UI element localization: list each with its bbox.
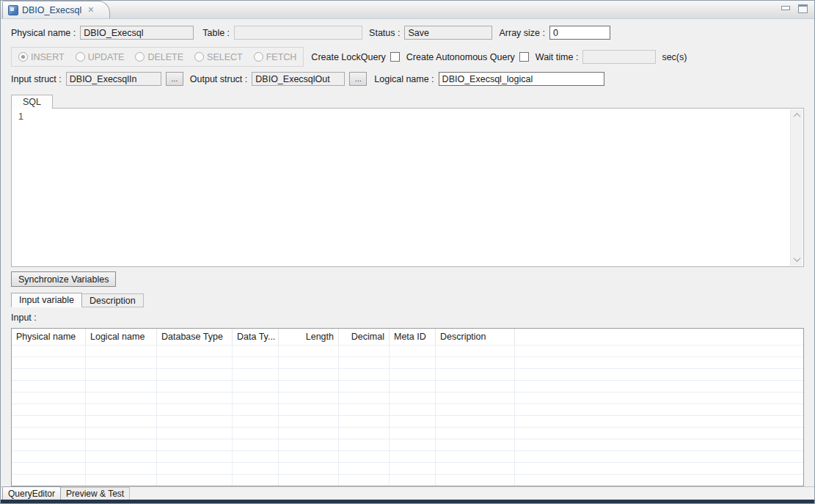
tab-title: DBIO_Execsql xyxy=(22,5,81,15)
bottom-tab-bar: QueryEditor Preview & Test xyxy=(1,486,814,500)
create-lockquery-label: Create LockQuery xyxy=(311,52,385,62)
column-header-decimal[interactable]: Decimal xyxy=(339,329,390,345)
create-autonomous-label: Create Autonomous Query xyxy=(406,52,515,62)
line-number: 1 xyxy=(18,112,23,122)
logical-name-label: Logical name : xyxy=(374,74,434,84)
physical-name-field[interactable] xyxy=(80,26,194,40)
table-body[interactable] xyxy=(12,346,803,486)
table-field[interactable] xyxy=(234,26,362,40)
radio-delete-label: DELETE xyxy=(147,52,183,62)
wait-time-label: Wait time : xyxy=(536,52,579,62)
logical-name-field[interactable] xyxy=(439,72,604,86)
scroll-down-button[interactable] xyxy=(791,253,803,266)
tab-dbio-execsql[interactable]: DBIO_Execsql ✕ xyxy=(2,1,110,18)
body-column xyxy=(515,346,803,486)
radio-selected-icon xyxy=(18,52,28,62)
column-header-filler xyxy=(515,329,803,345)
form-row-3: Input struct : ... Output struct : ... L… xyxy=(11,72,804,86)
view-controls xyxy=(781,4,808,13)
body-column xyxy=(233,346,279,486)
radio-icon xyxy=(254,52,263,62)
tab-input-variable[interactable]: Input variable xyxy=(11,293,82,307)
tab-preview-test[interactable]: Preview & Test xyxy=(61,487,130,500)
status-field[interactable] xyxy=(404,26,492,40)
minimize-icon[interactable] xyxy=(781,6,790,10)
output-struct-browse-button[interactable]: ... xyxy=(349,72,367,86)
body-column xyxy=(390,346,436,486)
column-header-logical-name[interactable]: Logical name xyxy=(86,329,157,345)
radio-icon xyxy=(135,52,145,62)
column-header-database-type[interactable]: Database Type xyxy=(157,329,233,345)
bottom-accent-bar xyxy=(1,500,814,503)
body-column xyxy=(157,346,233,486)
column-header-length[interactable]: Length xyxy=(279,329,339,345)
column-header-data-type[interactable]: Data Ty... xyxy=(233,329,279,345)
table-label: Table : xyxy=(202,28,230,38)
body-column xyxy=(86,346,157,486)
array-size-field[interactable] xyxy=(549,26,610,40)
column-header-description[interactable]: Description xyxy=(436,329,515,345)
form-row-2: INSERT UPDATE DELETE SELECT FETCH xyxy=(11,47,804,67)
create-lockquery-checkbox[interactable] xyxy=(390,52,400,62)
body-column xyxy=(279,346,339,486)
radio-icon xyxy=(76,52,85,62)
tab-description[interactable]: Description xyxy=(82,293,144,307)
array-size-label: Array size : xyxy=(499,28,545,38)
body-column xyxy=(12,346,86,486)
input-variable-table: Physical name Logical name Database Type… xyxy=(11,328,804,486)
tab-sql[interactable]: SQL xyxy=(11,95,53,109)
body-column xyxy=(436,346,515,486)
radio-select-label: SELECT xyxy=(207,52,243,62)
radio-insert-label: INSERT xyxy=(31,52,65,62)
radio-fetch[interactable]: FETCH xyxy=(254,52,297,62)
radio-update-label: UPDATE xyxy=(88,52,125,62)
form-row-1: Physical name : Table : Status : Array s… xyxy=(11,26,804,40)
query-editor-content: Physical name : Table : Status : Array s… xyxy=(1,19,814,486)
input-struct-label: Input struct : xyxy=(11,74,62,84)
wait-time-suffix: sec(s) xyxy=(662,52,687,62)
radio-select[interactable]: SELECT xyxy=(194,52,243,62)
sql-editor-area[interactable]: 1 xyxy=(11,108,804,267)
column-header-meta-id[interactable]: Meta ID xyxy=(390,329,436,345)
input-struct-field[interactable] xyxy=(66,72,161,86)
output-struct-label: Output struct : xyxy=(190,74,248,84)
radio-icon xyxy=(194,52,204,62)
radio-fetch-label: FETCH xyxy=(266,52,297,62)
editor-footer: QueryEditor Preview & Test xyxy=(1,486,814,503)
editor-window: DBIO_Execsql ✕ Physical name : Table : S… xyxy=(0,0,815,504)
status-label: Status : xyxy=(369,28,400,38)
body-column xyxy=(339,346,390,486)
column-header-physical-name[interactable]: Physical name xyxy=(12,329,86,345)
physical-name-label: Physical name : xyxy=(11,28,76,38)
sql-scrollbar[interactable] xyxy=(790,109,803,266)
query-type-group: INSERT UPDATE DELETE SELECT FETCH xyxy=(11,47,304,67)
chevron-up-icon xyxy=(793,113,800,120)
radio-delete[interactable]: DELETE xyxy=(135,52,183,62)
chevron-down-icon xyxy=(793,255,800,262)
close-icon[interactable]: ✕ xyxy=(87,5,94,15)
variable-tabs: Input variable Description xyxy=(11,293,804,307)
synchronize-variables-button[interactable]: Synchronize Variables xyxy=(11,271,116,287)
maximize-icon[interactable] xyxy=(798,4,808,13)
radio-update[interactable]: UPDATE xyxy=(76,52,125,62)
editor-tab-bar: DBIO_Execsql ✕ xyxy=(1,1,814,19)
input-section-label: Input : xyxy=(11,313,804,323)
output-struct-field[interactable] xyxy=(252,72,345,86)
input-struct-browse-button[interactable]: ... xyxy=(166,72,183,86)
dbio-file-icon xyxy=(8,5,18,15)
radio-insert[interactable]: INSERT xyxy=(18,52,65,62)
wait-time-field[interactable] xyxy=(582,50,656,64)
sql-tab-row: SQL xyxy=(11,95,804,109)
table-header-row: Physical name Logical name Database Type… xyxy=(12,329,803,346)
create-autonomous-checkbox[interactable] xyxy=(519,52,529,62)
tab-queryeditor[interactable]: QueryEditor xyxy=(2,486,61,500)
scroll-up-button[interactable] xyxy=(791,109,803,122)
